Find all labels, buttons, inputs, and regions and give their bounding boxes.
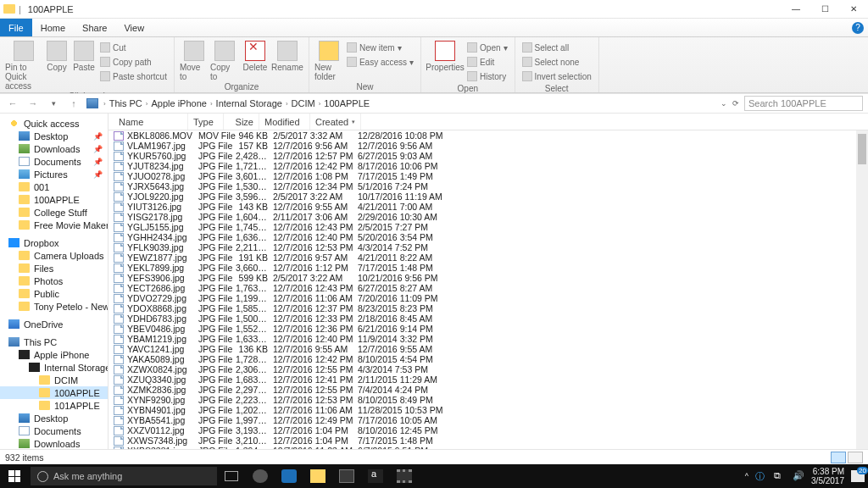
nav-item[interactable]: Free Movie Maker — [0, 219, 108, 231]
copy-to-button[interactable]: Copy to — [210, 39, 239, 81]
file-row[interactable]: YJRX5643.jpgJPG File1,530 KB12/7/2016 12… — [108, 181, 868, 191]
nav-item[interactable]: College Stuff — [0, 206, 108, 219]
nav-item[interactable]: Desktop📌 — [0, 130, 108, 142]
navigation-pane[interactable]: Quick accessDesktop📌Downloads📌Documents📌… — [0, 114, 108, 449]
file-row[interactable]: YEWZ1877.jpgJPG File191 KB12/7/2016 9:57… — [108, 252, 868, 263]
col-name[interactable]: Name — [114, 114, 188, 130]
file-row[interactable]: YEKL7899.jpgJPG File3,660 KB12/7/2016 1:… — [108, 263, 868, 273]
tab-home[interactable]: Home — [32, 19, 74, 36]
help-tray-icon[interactable]: ⓘ — [755, 470, 767, 482]
history-button[interactable]: History — [465, 69, 509, 83]
explorer-button[interactable] — [303, 464, 332, 488]
file-row[interactable]: YBAM1219.jpgJPG File1,633 KB12/7/2016 12… — [108, 334, 868, 344]
file-row[interactable]: XYBN4901.jpgJPG File1,202 KB12/7/2016 11… — [108, 405, 868, 415]
nav-item[interactable]: Camera Uploads — [0, 249, 108, 262]
action-center-button[interactable] — [851, 470, 865, 482]
nav-item[interactable]: This PC — [0, 336, 108, 348]
pin-quick-access-button[interactable]: Pin to Quick access — [5, 39, 42, 91]
nav-item[interactable]: Tony Petelo - New Hope — [0, 300, 108, 313]
clock[interactable]: 6:38 PM3/5/2017 — [811, 467, 844, 485]
crumb[interactable]: 100APPLE — [324, 98, 370, 108]
thumbnails-view-button[interactable] — [848, 452, 863, 463]
file-row[interactable]: XBKL8086.MOVMOV File946 KB2/5/2017 3:32 … — [108, 130, 868, 141]
store-button[interactable] — [332, 464, 361, 488]
new-folder-button[interactable]: New folder — [314, 39, 343, 81]
contacts-button[interactable] — [246, 464, 275, 488]
new-item-button[interactable]: New item ▾ — [345, 41, 415, 54]
file-row[interactable]: YDVO2729.jpgJPG File1,199 KB12/7/2016 11… — [108, 293, 868, 303]
open-button[interactable]: Open ▾ — [465, 41, 509, 54]
file-row[interactable]: YAKA5089.jpgJPG File1,728 KB12/7/2016 12… — [108, 354, 868, 364]
copy-path-button[interactable]: Copy path — [98, 55, 169, 69]
minimize-button[interactable]: — — [782, 0, 810, 19]
file-row[interactable]: VLAM1967.jpgJPG File157 KB12/7/2016 9:56… — [108, 141, 868, 151]
nav-item[interactable]: Downloads📌 — [0, 142, 108, 155]
nav-item[interactable]: Internal Storage — [0, 361, 108, 374]
file-row[interactable]: XXWS7348.jpgJPG File3,210 KB12/7/2016 1:… — [108, 435, 868, 446]
recent-button[interactable]: ▾ — [46, 96, 61, 111]
file-list[interactable]: XBKL8086.MOVMOV File946 KB2/5/2017 3:32 … — [108, 130, 868, 449]
nav-item[interactable]: Downloads — [0, 437, 108, 449]
file-row[interactable]: YEFS3906.jpgJPG File599 KB2/5/2017 3:22 … — [108, 273, 868, 283]
col-modified[interactable]: Modified — [259, 114, 310, 130]
file-row[interactable]: YISG2178.jpgJPG File1,604 KB2/11/2017 3:… — [108, 212, 868, 222]
maximize-button[interactable]: ☐ — [810, 0, 839, 19]
nav-item[interactable]: Pictures📌 — [0, 168, 108, 180]
scrollbar-thumb[interactable] — [858, 134, 866, 164]
nav-item[interactable]: Files — [0, 262, 108, 274]
file-row[interactable]: YGLJ5155.jpgJPG File1,745 KB12/7/2016 12… — [108, 222, 868, 232]
paste-button[interactable]: Paste — [71, 39, 97, 72]
file-row[interactable]: YAVC1241.jpgJPG File136 KB12/7/2016 9:55… — [108, 344, 868, 354]
search-input[interactable]: Search 100APPLE — [744, 96, 863, 111]
file-row[interactable]: YJOL9220.jpgJPG File3,596 KB2/5/2017 3:2… — [108, 191, 868, 202]
nav-item[interactable]: Apple iPhone — [0, 348, 108, 361]
history-dropdown[interactable]: ⌄ — [721, 99, 727, 108]
nav-item[interactable]: Desktop — [0, 412, 108, 424]
file-row[interactable]: YIUT3126.jpgJPG File143 KB12/7/2016 9:55… — [108, 202, 868, 212]
file-row[interactable]: YDOX8868.jpgJPG File1,585 KB12/7/2016 12… — [108, 303, 868, 313]
file-row[interactable]: YKUR5760.jpgJPG File2,428 KB12/7/2016 12… — [108, 151, 868, 161]
file-row[interactable]: YJUO0278.jpgJPG File3,601 KB12/7/2016 1:… — [108, 171, 868, 181]
close-button[interactable]: ✕ — [839, 0, 868, 19]
task-view-button[interactable] — [217, 464, 246, 488]
tab-share[interactable]: Share — [74, 19, 115, 36]
file-row[interactable]: XZUQ3340.jpgJPG File1,683 KB12/7/2016 12… — [108, 374, 868, 385]
col-size[interactable]: Size — [224, 114, 259, 130]
breadcrumb[interactable]: › This PC› Apple iPhone› Internal Storag… — [86, 98, 715, 108]
back-button[interactable]: ← — [5, 96, 20, 111]
file-row[interactable]: XYNF9290.jpgJPG File2,223 KB12/7/2016 12… — [108, 395, 868, 405]
paste-shortcut-button[interactable]: Paste shortcut — [98, 69, 169, 83]
volume-icon[interactable]: 🔊 — [793, 470, 804, 482]
file-row[interactable]: YJUT8234.jpgJPG File1,721 KB12/7/2016 12… — [108, 161, 868, 171]
file-row[interactable]: XXBS3381.jpgJPG File1,394 KB12/7/2016 11… — [108, 446, 868, 449]
tab-view[interactable]: View — [115, 19, 153, 36]
nav-item[interactable]: 101APPLE — [0, 399, 108, 412]
nav-item[interactable]: Public — [0, 287, 108, 300]
crumb[interactable]: DCIM — [292, 98, 315, 108]
column-headers[interactable]: Name Type Size Modified Created▾ — [108, 114, 868, 130]
file-row[interactable]: YGHH2434.jpgJPG File1,636 KB12/7/2016 12… — [108, 232, 868, 242]
col-type[interactable]: Type — [188, 114, 224, 130]
vertical-scrollbar[interactable] — [856, 130, 868, 449]
nav-item[interactable]: 001 — [0, 180, 108, 193]
cut-button[interactable]: Cut — [98, 41, 169, 54]
up-button[interactable]: ↑ — [66, 96, 81, 111]
nav-item[interactable]: DCIM — [0, 374, 108, 386]
crumb[interactable]: Internal Storage — [216, 98, 282, 108]
cortana-search[interactable]: Ask me anything — [31, 467, 217, 485]
crumb[interactable]: Apple iPhone — [151, 98, 206, 108]
move-to-button[interactable]: Move to — [180, 39, 209, 81]
edit-button[interactable]: Edit — [465, 55, 509, 69]
amazon-button[interactable] — [361, 464, 390, 488]
tray-chevron[interactable]: ^ — [745, 472, 748, 480]
select-none-button[interactable]: Select none — [520, 55, 593, 69]
nav-item[interactable]: 100APPLE — [0, 386, 108, 399]
refresh-button[interactable]: ⟳ — [732, 99, 739, 108]
help-button[interactable]: ? — [848, 19, 868, 36]
file-row[interactable]: XZMK2836.jpgJPG File2,297 KB12/7/2016 12… — [108, 385, 868, 395]
details-view-button[interactable] — [831, 452, 846, 463]
col-created[interactable]: Created▾ — [310, 114, 361, 130]
file-row[interactable]: YBEV0486.jpgJPG File1,552 KB12/7/2016 12… — [108, 324, 868, 334]
nav-item[interactable]: Documents📌 — [0, 155, 108, 168]
nav-item[interactable]: 100APPLE — [0, 193, 108, 206]
